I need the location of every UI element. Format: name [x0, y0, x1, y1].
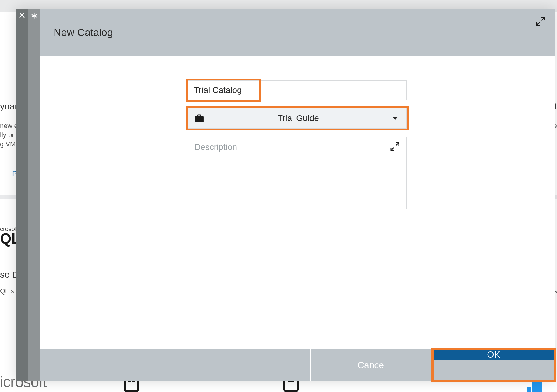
ok-label: OK — [487, 349, 500, 360]
close-button[interactable] — [16, 9, 28, 22]
ok-button[interactable]: OK — [433, 349, 555, 360]
modal-footer: Cancel OK — [40, 349, 555, 381]
dropdown-selected-label: Trial Guide — [204, 113, 392, 123]
briefcase-icon — [194, 114, 204, 122]
bg-line3: g VM — [0, 140, 16, 149]
close-icon — [19, 12, 25, 18]
modal-rail-dirty — [28, 9, 40, 381]
catalog-name-input[interactable] — [188, 80, 407, 100]
modal-title: New Catalog — [54, 27, 113, 38]
bg-heading-frag: ynar — [0, 100, 18, 113]
business-unit-dropdown[interactable]: Trial Guide — [188, 108, 407, 129]
expand-icon — [390, 142, 400, 151]
expand-modal-button[interactable] — [535, 16, 546, 27]
form-column: Trial Guide Description — [188, 80, 407, 209]
bg-sql-s: QL s — [0, 287, 14, 296]
dirty-indicator — [28, 9, 40, 22]
description-expand-button[interactable] — [390, 142, 401, 153]
chevron-down-icon — [392, 117, 398, 120]
bg-line2: lly pr — [0, 130, 14, 140]
description-textarea[interactable]: Description — [188, 137, 407, 209]
bg-docker-fragment — [527, 383, 548, 392]
expand-icon — [536, 16, 545, 26]
modal-body: New Catalog — [40, 9, 555, 381]
new-catalog-modal: New Catalog — [16, 9, 555, 381]
svg-rect-7 — [195, 116, 204, 122]
modal-content: Trial Guide Description — [40, 56, 555, 349]
description-placeholder: Description — [194, 142, 400, 152]
asterisk-icon — [31, 13, 37, 19]
cancel-label: Cancel — [357, 360, 386, 370]
cancel-button[interactable]: Cancel — [311, 349, 433, 381]
modal-rail-close — [16, 9, 28, 381]
bg-line1: new e — [0, 121, 18, 131]
modal-header: New Catalog — [40, 9, 555, 56]
